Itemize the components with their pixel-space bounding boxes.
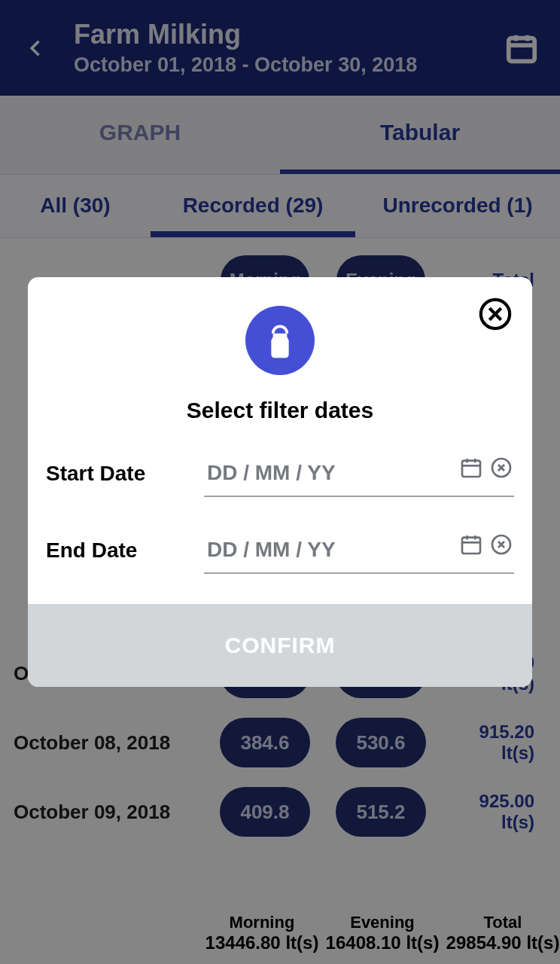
- start-date-clear-button[interactable]: [488, 455, 514, 480]
- modal-close-button[interactable]: [478, 297, 513, 331]
- close-icon: [478, 297, 513, 331]
- confirm-button[interactable]: CONFIRM: [28, 604, 532, 687]
- date-filter-modal: Select filter dates Start Date: [28, 277, 532, 687]
- start-date-picker-button[interactable]: [458, 455, 484, 480]
- clear-icon: [489, 532, 513, 557]
- end-date-picker-button[interactable]: [458, 532, 484, 557]
- start-date-label: Start Date: [46, 462, 204, 486]
- modal-title: Select filter dates: [28, 398, 532, 423]
- end-date-clear-button[interactable]: [488, 532, 514, 557]
- modal-overlay[interactable]: Select filter dates Start Date: [0, 0, 560, 964]
- clear-icon: [489, 456, 513, 480]
- end-date-label: End Date: [46, 538, 204, 563]
- svg-rect-14: [462, 538, 480, 554]
- end-date-field: End Date: [28, 527, 532, 574]
- app-root: Farm Milking October 01, 2018 - October …: [0, 0, 560, 964]
- calendar-icon: [459, 456, 483, 480]
- svg-rect-7: [462, 461, 480, 477]
- calendar-icon: [459, 532, 483, 557]
- milk-can-icon: [245, 306, 315, 375]
- start-date-field: Start Date: [28, 450, 532, 497]
